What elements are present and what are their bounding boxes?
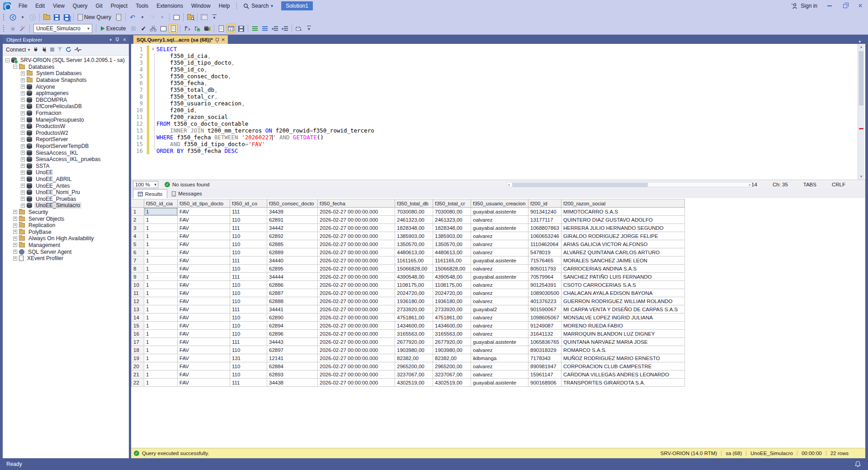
grid-cell[interactable]: 1108175,00	[395, 281, 433, 289]
grid-cell[interactable]: oalvarez	[471, 248, 528, 256]
grid-cell[interactable]: FAV	[178, 338, 230, 346]
toolbar-overflow-button[interactable]: ▾	[304, 24, 313, 33]
grid-cell[interactable]: FAV	[178, 322, 230, 330]
tree-item[interactable]: +UnoEE_Pruebas	[3, 195, 129, 202]
grid-cell[interactable]: 2026-02-27 00:00:00.000	[318, 370, 395, 379]
row-number-cell[interactable]: 4	[132, 232, 144, 240]
grid-cell[interactable]: 111	[230, 208, 267, 216]
grid-cell[interactable]: 34440	[267, 256, 318, 265]
display-estimated-plan-button[interactable]	[149, 24, 158, 33]
grid-cell[interactable]: guayabal.asistente	[471, 224, 528, 232]
undo-button[interactable]: ↶	[128, 13, 137, 22]
grid-cell[interactable]: 110	[230, 232, 267, 240]
tree-item[interactable]: +DBCOMPRA	[3, 97, 129, 104]
grid-cell[interactable]: 2026-02-27 00:00:00.000	[318, 330, 395, 338]
tree-item[interactable]: +UnoEE	[3, 169, 129, 176]
grid-cell[interactable]: MIMOTOCARRO S.A.S	[561, 208, 684, 216]
grid-cell[interactable]: 2026-02-27 00:00:00.000	[318, 240, 395, 248]
tree-expander-icon[interactable]: +	[21, 138, 25, 142]
grid-cell[interactable]: 7178343	[528, 354, 561, 362]
tree-item[interactable]: +UnoEE_Antes	[3, 182, 129, 189]
row-number-cell[interactable]: 11	[132, 289, 144, 297]
row-number-cell[interactable]: 9	[132, 273, 144, 281]
grid-cell[interactable]: 62885	[267, 240, 318, 248]
new-query-button[interactable]: New Query	[76, 13, 113, 22]
toolbar-grip[interactable]	[3, 25, 5, 32]
grid-cell[interactable]: FAV	[178, 289, 230, 297]
row-number-cell[interactable]: 22	[132, 379, 144, 387]
specify-template-values-button[interactable]	[183, 24, 192, 33]
grid-cell[interactable]: ALVAREZ QUINTANA CARLOS ARTURO	[561, 248, 684, 256]
row-number-cell[interactable]: 10	[132, 281, 144, 289]
row-number-cell[interactable]: 19	[132, 354, 144, 362]
grid-cell[interactable]: 91249087	[528, 322, 561, 330]
grid-cell[interactable]: GIRALDO RODRIGUEZ JORGE FELIPE	[561, 232, 684, 240]
close-panel-button[interactable]: ×	[123, 37, 126, 43]
grid-cell[interactable]: oalvarez	[471, 265, 528, 273]
tree-expander-icon[interactable]: +	[21, 184, 25, 188]
grid-cell[interactable]: 111	[230, 273, 267, 281]
grid-cell[interactable]: 110	[230, 265, 267, 273]
cancel-query-button[interactable]	[129, 24, 138, 33]
grid-cell[interactable]: 13177117	[528, 216, 561, 224]
line-number[interactable]: 2	[131, 52, 146, 59]
tree-item[interactable]: +SQL Server Agent	[3, 248, 129, 255]
grid-cell[interactable]: CSOTO CARROCERIAS S.A.S	[561, 281, 684, 289]
grid-cell[interactable]: 131	[230, 354, 267, 362]
redo-button[interactable]: ↷	[148, 13, 157, 22]
grid-cell[interactable]: 2026-02-27 00:00:00.000	[318, 256, 395, 265]
code-line[interactable]: 5 f350_consec_docto,	[131, 73, 865, 80]
grid-cell[interactable]: GUERRON RODRIGUEZ WILLIAM ROLANDO	[561, 297, 684, 305]
grid-cell[interactable]: 900168906	[528, 379, 561, 387]
grid-cell[interactable]: 3165563,00	[433, 330, 471, 338]
tree-expander-icon[interactable]: +	[21, 164, 25, 168]
grid-cell[interactable]: 2026-02-27 00:00:00.000	[318, 362, 395, 370]
code-line[interactable]: 1∨SELECT	[131, 46, 865, 52]
restore-button[interactable]	[837, 0, 853, 12]
tree-item[interactable]: +Alcyone	[3, 83, 129, 90]
grid-cell[interactable]: 1936180,00	[395, 297, 433, 305]
grid-cell[interactable]: 1385903,00	[395, 232, 433, 240]
grid-cell[interactable]: iklbmanga	[471, 354, 528, 362]
save-results-button[interactable]	[236, 24, 245, 33]
tree-item[interactable]: +SiesaAccess_IKL_pruebas	[3, 156, 129, 163]
grid-cell[interactable]: 2026-02-27 00:00:00.000	[318, 313, 395, 322]
row-number-cell[interactable]: 17	[132, 338, 144, 346]
tree-expander-icon[interactable]: +	[21, 98, 25, 102]
grid-cell[interactable]: 401376223	[528, 297, 561, 305]
grid-cell[interactable]: 62891	[267, 216, 318, 224]
grid-cell[interactable]: 1	[144, 354, 178, 362]
grid-cell[interactable]: 1385903,00	[433, 232, 471, 240]
grid-cell[interactable]: CARDONA VILLEGAS ANDRES LEONARDO	[561, 370, 684, 379]
tree-expander-icon[interactable]: +	[13, 250, 17, 254]
grid-cell[interactable]: 1060653246	[528, 232, 561, 240]
grid-cell[interactable]: 62893	[267, 370, 318, 379]
tree-expander-icon[interactable]: +	[21, 111, 25, 115]
grid-cell[interactable]: 1350570,00	[433, 240, 471, 248]
filter-button[interactable]	[57, 47, 62, 52]
line-number[interactable]: 8	[131, 93, 146, 100]
line-number[interactable]: 3	[131, 59, 146, 66]
parse-button[interactable]: ✓	[139, 24, 148, 33]
specify-values-check-button[interactable]: ✓	[193, 24, 202, 33]
grid-cell[interactable]: 1	[144, 208, 178, 216]
toolbar-overflow-button[interactable]: ▾	[210, 13, 219, 22]
grid-cell[interactable]: QUINTANA NARVAEZ MARIA JOSE	[561, 338, 684, 346]
column-header[interactable]: f350_id_cia	[144, 199, 178, 208]
tree-item[interactable]: +UnoEE_Nomi_Pru	[3, 189, 129, 196]
grid-cell[interactable]: 62892	[267, 232, 318, 240]
grid-cell[interactable]: 2026-02-27 00:00:00.000	[318, 379, 395, 387]
grid-cell[interactable]: 1434600,00	[433, 322, 471, 330]
grid-cell[interactable]: 1	[144, 346, 178, 354]
grid-cell[interactable]: 34444	[267, 273, 318, 281]
row-number-cell[interactable]: 2	[132, 216, 144, 224]
tree-item[interactable]: −SRV-ORION (SQL Server 14.0.2095.1 - sa)	[3, 57, 129, 64]
tree-item[interactable]: +Security	[3, 209, 129, 216]
line-number[interactable]: 15	[131, 141, 146, 147]
tab-sqlquery1[interactable]: SQLQuery1.sql...acro (sa (68))* ×	[133, 35, 228, 44]
tree-item[interactable]: +Formacion	[3, 110, 129, 117]
grid-cell[interactable]: oalvarez	[471, 330, 528, 338]
grid-cell[interactable]: 805011793	[528, 265, 561, 273]
client-statistics-button[interactable]	[203, 24, 212, 33]
grid-cell[interactable]: 3237067,00	[395, 370, 433, 379]
